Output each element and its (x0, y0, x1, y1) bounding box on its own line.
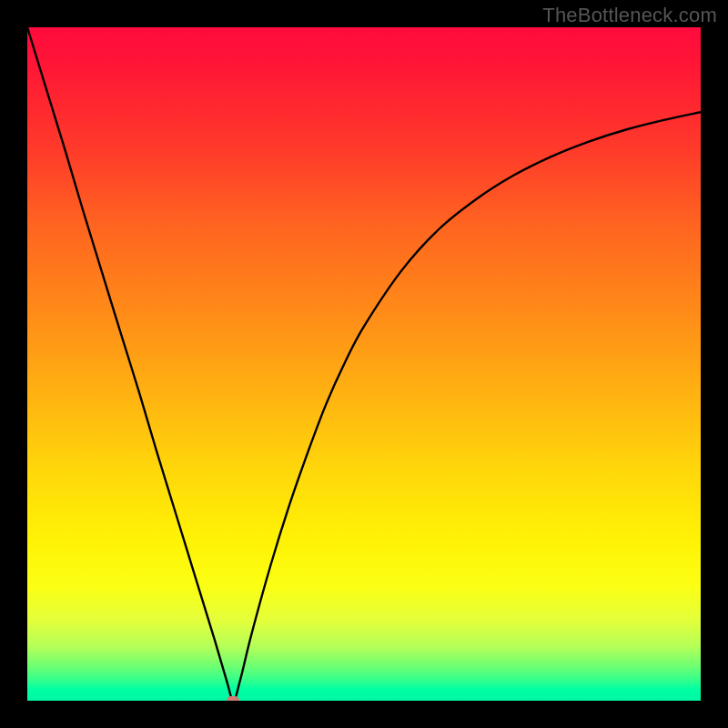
bottleneck-curve (27, 27, 701, 701)
watermark-text: TheBottleneck.com (542, 4, 717, 27)
chart-frame: TheBottleneck.com (0, 0, 728, 728)
minimum-marker (227, 696, 239, 701)
plot-area (27, 27, 701, 701)
